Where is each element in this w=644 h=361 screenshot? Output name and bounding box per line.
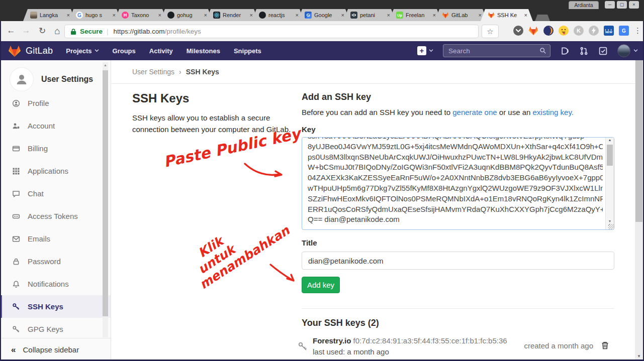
sidebar-item-profile[interactable]: Profile — [0, 92, 111, 114]
new-badge-extension-icon[interactable]: ╻╻╻NEW — [604, 26, 614, 36]
browser-tab[interactable]: Up Freelan× — [389, 9, 441, 21]
url-path: /profile/keys — [165, 28, 201, 35]
tab-close-icon[interactable]: × — [250, 12, 253, 18]
window-titlebar: Ardianta ─ ▢ × — [0, 0, 644, 9]
browser-tab[interactable]: reactjs× — [252, 9, 304, 21]
merge-request-icon[interactable] — [579, 46, 589, 56]
sidebar-item-access-tokens[interactable]: Access Tokens — [0, 205, 111, 227]
browser-tab-active[interactable]: SSH Ke× — [481, 9, 533, 21]
planet-extension-icon[interactable] — [543, 26, 554, 36]
nav-link-snippets[interactable]: Snippets — [234, 47, 261, 55]
token-icon — [12, 212, 20, 220]
maximize-button[interactable]: ▢ — [617, 1, 627, 9]
sidebar-item-password[interactable]: Password — [0, 250, 111, 273]
title-input[interactable] — [302, 252, 614, 270]
collapse-sidebar-button[interactable]: « Collapse sidebar — [0, 338, 111, 361]
todos-icon[interactable] — [598, 46, 608, 56]
title-label: Title — [302, 238, 614, 249]
resize-grip[interactable] — [608, 224, 614, 229]
nav-link-activity[interactable]: Activity — [149, 47, 173, 55]
user-settings-avatar — [10, 68, 33, 91]
browser-tab[interactable]: G Google× — [298, 9, 350, 21]
sidebar-item-account[interactable]: Account — [0, 114, 111, 137]
upwork-favicon: Up — [396, 12, 403, 19]
nav-link-milestones[interactable]: Milestones — [187, 47, 220, 55]
key-icon — [12, 325, 20, 333]
tab-close-icon[interactable]: × — [204, 12, 207, 18]
credit-card-icon — [12, 145, 20, 153]
user-menu[interactable] — [617, 44, 638, 57]
sidebar-item-gpg-keys[interactable]: GPG Keys — [0, 318, 111, 340]
tab-close-icon[interactable]: × — [341, 12, 344, 18]
new-menu-button[interactable]: + — [417, 46, 433, 55]
tab-close-icon[interactable]: × — [433, 12, 436, 18]
pocket-extension-icon[interactable] — [513, 26, 523, 36]
sidebar-item-applications[interactable]: Applications — [0, 160, 111, 182]
delete-key-button[interactable] — [601, 341, 609, 352]
key-textarea[interactable]: ssh-rsa AAAAB3NzaC1yc2EAAAADAQABAAACAQCf… — [302, 137, 614, 230]
tab-close-icon[interactable]: × — [67, 12, 70, 18]
address-bar[interactable]: Secure | https://gitlab.com/profile/keys — [64, 25, 479, 38]
add-key-button[interactable]: Add key — [302, 277, 340, 293]
new-tab-button[interactable] — [535, 15, 550, 21]
mail-icon — [12, 235, 20, 243]
breadcrumb-parent[interactable]: User Settings — [132, 68, 174, 76]
sidebar-item-emails[interactable]: Emails — [0, 227, 111, 250]
google-favicon: G — [76, 12, 83, 19]
emoji-extension-icon[interactable] — [559, 26, 569, 36]
issues-icon[interactable] — [560, 46, 570, 56]
page-scrollbar[interactable]: ▲ ▼ — [635, 41, 643, 359]
browser-menu-icon[interactable]: ⋮ — [634, 26, 640, 35]
plus-icon: + — [417, 46, 426, 55]
window-border — [0, 21, 1, 361]
bookmark-star-icon[interactable]: ☆ — [482, 25, 499, 38]
avatar-photo-favicon — [30, 12, 37, 19]
key-fingerprint: f0:7d:c2:84:91:a3:5f:44:f3:55:ce:1f:b1:f… — [353, 336, 507, 345]
browser-tab[interactable]: H Taxono× — [115, 9, 167, 21]
terminal-favicon — [350, 12, 357, 19]
nav-link-projects[interactable]: Projects — [66, 47, 99, 55]
browser-tab[interactable]: gohug× — [160, 9, 213, 21]
generate-one-link[interactable]: generate one — [452, 108, 497, 116]
browser-toolbar: ← → ↻ ⌂ Secure | https://gitlab.com/prof… — [0, 21, 644, 41]
tab-close-icon[interactable]: × — [479, 12, 482, 18]
sidebar-scrollbar[interactable]: ▲ — [103, 62, 108, 337]
close-button[interactable]: × — [629, 1, 639, 9]
browser-tab[interactable]: GitLab× — [435, 9, 487, 21]
translate-extension-icon[interactable]: G — [619, 26, 629, 36]
tab-close-icon[interactable]: × — [524, 12, 527, 18]
sidebar-item-billing[interactable]: Billing — [0, 137, 111, 160]
key-icon — [298, 341, 308, 353]
key-name: Forestry.io — [313, 336, 351, 345]
browser-tab[interactable]: petani× — [343, 9, 396, 21]
browser-tab[interactable]: Langka× — [23, 9, 75, 21]
user-circle-icon — [12, 99, 20, 107]
bolt-extension-icon[interactable] — [589, 26, 599, 36]
gitlab-tanuki-icon — [8, 45, 21, 57]
browser-window: Ardianta ─ ▢ × Langka× G hugo s× H Taxon… — [0, 0, 644, 361]
k-extension-icon[interactable]: K — [574, 26, 584, 36]
tab-close-icon[interactable]: × — [296, 12, 299, 18]
sidebar-title: User Settings — [41, 75, 93, 84]
gitlab-favicon — [488, 12, 495, 19]
tab-close-icon[interactable]: × — [387, 12, 390, 18]
home-icon[interactable]: ⌂ — [51, 26, 63, 37]
sidebar-item-chat[interactable]: Chat — [0, 182, 111, 205]
minimize-button[interactable]: ─ — [605, 1, 615, 9]
reload-icon[interactable]: ↻ — [36, 26, 48, 36]
forward-icon[interactable]: → — [20, 26, 32, 36]
browser-tab[interactable]: G hugo s× — [69, 9, 121, 21]
search-input[interactable] — [443, 44, 550, 57]
tab-close-icon[interactable]: × — [113, 12, 116, 18]
gitlab-extension-icon[interactable] — [528, 26, 538, 36]
sidebar-item-notifications[interactable]: Notifications — [0, 273, 111, 295]
browser-tab[interactable]: Render× — [206, 9, 258, 21]
tab-close-icon[interactable]: × — [158, 12, 161, 18]
nav-link-groups[interactable]: Groups — [113, 47, 136, 55]
back-icon[interactable]: ← — [5, 26, 17, 36]
existing-key-link[interactable]: existing key. — [533, 108, 574, 116]
textarea-scrollbar[interactable]: ▲ ▼ — [605, 138, 614, 229]
sidebar-item-ssh-keys[interactable]: SSH Keys — [0, 295, 111, 318]
breadcrumb-separator: › — [179, 68, 181, 76]
gitlab-logo[interactable]: GitLab — [8, 45, 53, 57]
